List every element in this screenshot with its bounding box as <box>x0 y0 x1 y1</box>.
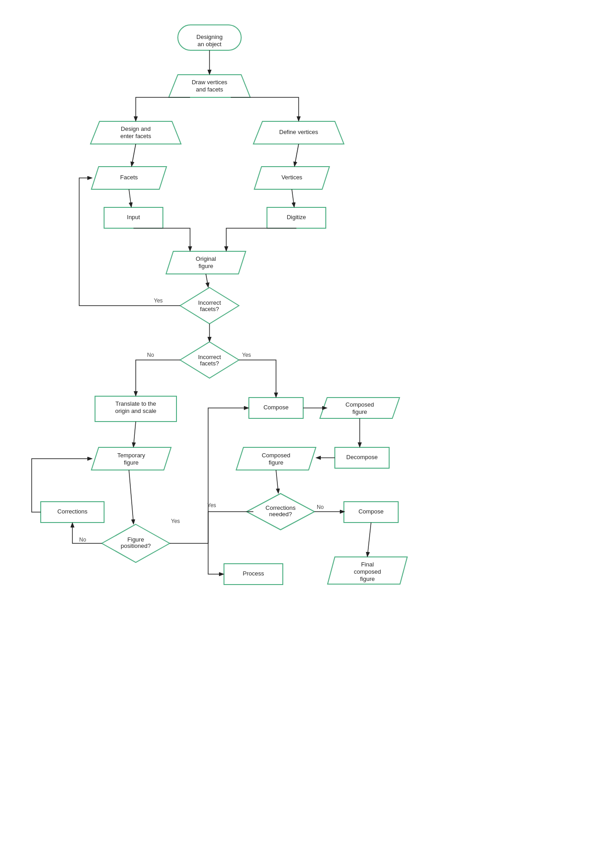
label-corrections-needed: Corrections <box>266 504 296 511</box>
label-design-enter-facets2: enter facets <box>120 133 151 139</box>
label-designing-object: Designing <box>196 34 223 40</box>
label-composed-figure-1: Composed <box>346 401 374 408</box>
arrow-composed2-to-corrections-needed <box>276 470 278 493</box>
arrow-compose2-to-final <box>367 523 371 556</box>
label-compose: Compose <box>263 404 289 411</box>
arrow-original-to-incorrect1 <box>206 274 208 287</box>
arrow-design-to-facets <box>132 144 136 166</box>
label-incorrect-facets-2: Incorrect <box>198 354 221 360</box>
arrow-vertices-to-digitize <box>292 189 294 206</box>
label-designing-object2: an object <box>198 41 222 48</box>
label-final-composed-figure: Final <box>361 561 374 568</box>
label-original-figure: Original <box>196 255 216 262</box>
label-incorrect-facets-1: Incorrect <box>198 299 221 306</box>
label-yes-corrections-needed: Yes <box>207 502 216 508</box>
arrow-positioned-yes <box>170 408 248 543</box>
arrow-incorrect1-yes <box>79 178 180 306</box>
label-draw-vertices-facets2: and facets <box>196 86 223 93</box>
label-no-corrections-needed: No <box>317 504 324 510</box>
label-figure-positioned: Figure <box>128 536 144 543</box>
label-define-vertices: Define vertices <box>279 129 318 135</box>
label-draw-vertices-facets: Draw vertices <box>192 79 228 86</box>
arrow-draw-to-define-vertices <box>231 97 299 120</box>
label-composed-figure-2b: figure <box>269 459 284 466</box>
label-final-composed-figure2: composed <box>354 568 381 575</box>
label-no-incorrect2: No <box>147 352 154 358</box>
label-digitize: Digitize <box>287 214 306 221</box>
label-yes-incorrect1: Yes <box>154 297 163 304</box>
arrow-translate-to-temp <box>133 422 136 446</box>
arrow-draw-to-design-facets <box>136 97 190 120</box>
arrow-digitize-to-original <box>226 228 296 250</box>
arrow-facets-to-input <box>129 189 131 206</box>
label-incorrect-facets-2b: facets? <box>200 360 219 367</box>
label-incorrect-facets-1b: facets? <box>200 306 219 312</box>
label-temporary-figure2: figure <box>124 459 139 466</box>
label-composed-figure-1b: figure <box>352 408 367 415</box>
label-compose-2: Compose <box>358 508 384 515</box>
diagram-container: Designing an object Draw vertices and fa… <box>0 0 600 868</box>
label-design-enter-facets: Design and <box>121 125 151 132</box>
label-yes-positioned: Yes <box>171 518 180 524</box>
label-corrections-needed2: needed? <box>269 511 292 518</box>
label-process: Process <box>243 570 264 577</box>
label-no-positioned: No <box>79 537 86 543</box>
arrow-temp-to-positioned <box>129 470 133 523</box>
label-composed-figure-2: Composed <box>262 452 290 459</box>
arrow-positioned-no <box>72 523 102 543</box>
label-vertices: Vertices <box>281 174 303 181</box>
label-original-figure2: figure <box>199 263 214 269</box>
arrow-incorrect2-no <box>136 360 180 395</box>
label-translate-origin-scale: Translate to the <box>115 400 156 407</box>
arrow-define-to-vertices <box>295 144 299 166</box>
arrow-incorrect2-yes <box>239 360 276 397</box>
label-input: Input <box>127 214 140 221</box>
label-corrections: Corrections <box>57 508 88 515</box>
label-translate-origin-scale2: origin and scale <box>115 408 156 414</box>
label-yes-incorrect2: Yes <box>242 352 251 358</box>
label-decompose: Decompose <box>346 454 377 460</box>
label-temporary-figure: Temporary <box>117 452 145 459</box>
arrow-input-to-original <box>133 228 190 250</box>
label-facets: Facets <box>120 174 138 181</box>
label-final-composed-figure3: figure <box>360 575 375 582</box>
label-figure-positioned2: positioned? <box>121 542 151 549</box>
